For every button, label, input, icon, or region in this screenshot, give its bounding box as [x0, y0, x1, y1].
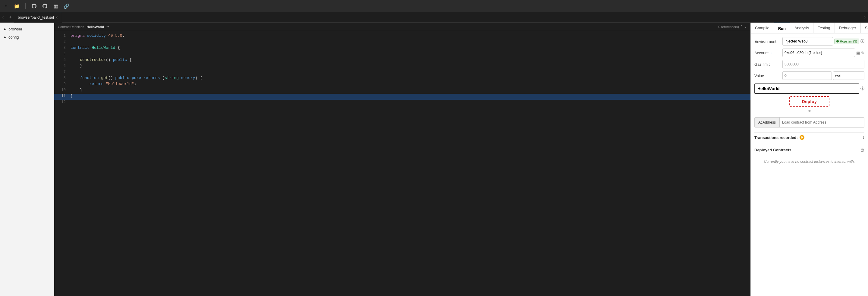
tab-debugger[interactable]: Debugger	[835, 23, 861, 33]
account-plus-icon[interactable]: +	[771, 51, 773, 55]
value-row: Value wei gwei finney ether	[754, 71, 864, 80]
contract-selector-row: HelloWorld ⓘ	[754, 84, 864, 94]
contract-select[interactable]: HelloWorld	[754, 84, 859, 94]
code-line-12: 12	[54, 100, 750, 106]
references-down-icon: ⌄	[744, 25, 747, 29]
folder-icon[interactable]: 📁	[13, 3, 21, 9]
network-badge: Ropsten (3)	[834, 38, 859, 44]
contract-info-icon[interactable]: ⓘ	[861, 86, 864, 91]
editor-header: ContractDefinition HelloWorld ➜ 0 refere…	[54, 23, 750, 31]
code-line-2: 2	[54, 39, 750, 46]
code-line-1: 1 pragma solidity ^0.5.0;	[54, 33, 750, 39]
top-toolbar: + 📁 ▦ 🔗	[0, 0, 868, 12]
github-icon2[interactable]	[41, 4, 49, 8]
at-address-button[interactable]: At Address	[755, 118, 780, 127]
transactions-badge: 0	[800, 135, 804, 140]
breadcrumb-definition: ContractDefinition	[58, 25, 84, 29]
deployed-empty-message: Currently you have no contract instances…	[754, 155, 864, 169]
gas-limit-row: Gas limit	[754, 60, 864, 68]
environment-row: Environment Injected Web3 JavaScript VM …	[754, 37, 864, 46]
tab-analysis[interactable]: Analysis	[790, 23, 813, 33]
references-up-icon: ⌃	[740, 25, 743, 29]
transactions-collapse-icon: ⤵	[863, 135, 864, 140]
tab-nav-right[interactable]: ›	[862, 15, 868, 20]
code-line-4: 4	[54, 52, 750, 58]
deploy-button[interactable]: Deploy	[789, 96, 830, 107]
deployed-header: Deployed Contracts 🗑	[754, 145, 864, 155]
github-icon[interactable]	[30, 4, 38, 8]
or-label: or	[808, 109, 811, 113]
tab-testing[interactable]: Testing	[813, 23, 835, 33]
value-unit-select[interactable]: wei gwei finney ether	[833, 71, 864, 80]
tab-compile[interactable]: Compile	[751, 23, 774, 33]
copy-icon[interactable]: ▦	[52, 3, 59, 9]
at-address-row: At Address	[754, 117, 864, 127]
breadcrumb-name: HelloWorld	[87, 25, 104, 29]
sidebar-item-browser[interactable]: ► browser	[0, 25, 54, 33]
references-control[interactable]: 0 reference(s) ⌃ ⌄	[718, 25, 747, 29]
deployed-title: Deployed Contracts	[754, 148, 792, 152]
sidebar-config-label: config	[8, 35, 19, 39]
deployed-section: Deployed Contracts 🗑 Currently you have …	[754, 145, 864, 169]
references-count: 0 reference(s)	[718, 25, 739, 29]
code-line-6: 6 }	[54, 64, 750, 70]
gas-limit-control	[782, 60, 864, 68]
right-panel: Compile Run Analysis Testing Debugger Se…	[750, 23, 868, 296]
plus-icon[interactable]: +	[2, 3, 10, 9]
account-label: Account +	[754, 51, 780, 55]
tab-settings[interactable]: Settings	[861, 23, 868, 33]
sidebar-browser-label: browser	[8, 27, 22, 31]
deploy-area: Deploy or	[754, 96, 864, 115]
account-select[interactable]: 0xd06...020eb (1 ether)	[782, 49, 855, 57]
tab-close-icon[interactable]: ×	[56, 15, 58, 20]
tab-ballot-test[interactable]: browser/ballot_test.sol ×	[14, 12, 62, 23]
environment-control: Injected Web3 JavaScript VM Web3 Provide…	[782, 37, 864, 46]
sidebar: ► browser ► config	[0, 23, 54, 296]
code-line-11: 11 }	[54, 94, 750, 100]
sidebar-item-config[interactable]: ► config	[0, 33, 54, 41]
sidebar-config-arrow: ►	[4, 36, 7, 39]
value-control: wei gwei finney ether	[782, 71, 864, 80]
tab-bar: ‹ + browser/ballot_test.sol × ›	[0, 12, 868, 23]
copy-account-icon[interactable]: ▦	[856, 51, 860, 55]
edit-account-icon[interactable]: ✎	[861, 51, 864, 55]
tab-add-button[interactable]: +	[6, 14, 14, 20]
code-line-8: 8 function get() public pure returns (st…	[54, 76, 750, 82]
at-address-input[interactable]	[780, 118, 864, 127]
environment-label: Environment	[754, 39, 780, 44]
transactions-title: Transactions recorded: 0	[754, 135, 804, 140]
link-icon[interactable]: 🔗	[63, 3, 70, 9]
code-line-3: 3 contract HelloWorld {	[54, 46, 750, 52]
network-label: Ropsten (3)	[840, 39, 857, 43]
tab-label: browser/ballot_test.sol	[18, 16, 54, 20]
code-line-9: 9 return "HelloWorld";	[54, 82, 750, 88]
account-control: 0xd06...020eb (1 ether) ▦ ✎	[782, 49, 864, 57]
transactions-section[interactable]: Transactions recorded: 0 ⤵	[754, 132, 864, 142]
info-icon[interactable]: ⓘ	[861, 38, 864, 44]
editor-area: ContractDefinition HelloWorld ➜ 0 refere…	[54, 23, 750, 296]
code-line-5: 5 constructor() public {	[54, 58, 750, 64]
tab-nav-left[interactable]: ‹	[0, 15, 6, 20]
tab-run[interactable]: Run	[774, 23, 790, 33]
code-line-10: 10 }	[54, 88, 750, 94]
value-input[interactable]	[782, 71, 832, 80]
network-dot	[836, 40, 839, 42]
code-line-7: 7	[54, 70, 750, 76]
gas-limit-input[interactable]	[782, 60, 864, 68]
main-layout: ► browser ► config ContractDefinition He…	[0, 23, 868, 296]
breadcrumb-arrow-icon: ➜	[106, 25, 109, 29]
account-row: Account + 0xd06...020eb (1 ether) ▦ ✎	[754, 49, 864, 57]
editor-content[interactable]: 1 pragma solidity ^0.5.0; 2 3 contract H…	[54, 31, 750, 296]
toolbar-separator	[25, 3, 26, 9]
value-label: Value	[754, 73, 780, 78]
environment-select[interactable]: Injected Web3 JavaScript VM Web3 Provide…	[782, 37, 833, 46]
sidebar-browser-arrow: ►	[4, 27, 7, 31]
gas-limit-label: Gas limit	[754, 62, 780, 67]
nav-tab-bar: Compile Run Analysis Testing Debugger Se…	[751, 23, 868, 33]
trash-icon[interactable]: 🗑	[860, 147, 864, 152]
